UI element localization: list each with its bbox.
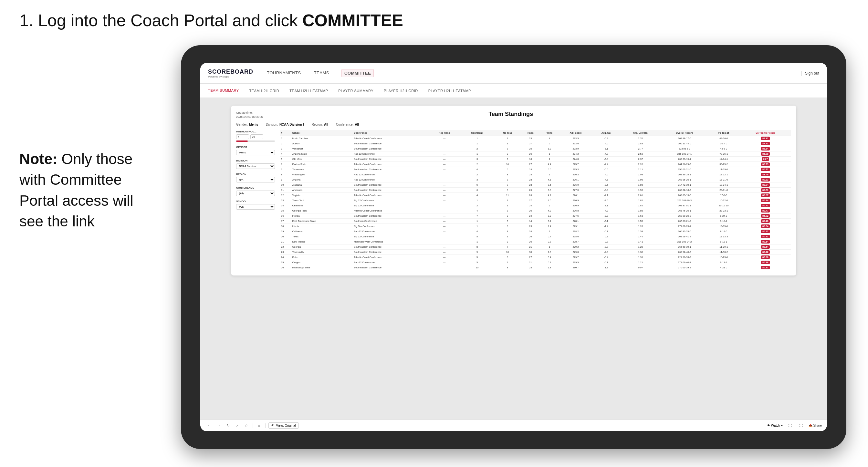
cell-adj-score: 275.7	[559, 162, 592, 167]
cell-overall: 221 90-33-2	[661, 255, 708, 260]
table-row[interactable]: 26 Mississippi State Southeastern Confer…	[280, 265, 791, 270]
update-time-value: 27/03/2024 16:56:26	[236, 115, 263, 119]
cell-adj-sg: -4.0	[592, 172, 620, 177]
gender-select[interactable]: Men's Women's	[236, 150, 275, 155]
table-row[interactable]: 13 Texas Tech Big 12 Conference — 1 9 27…	[280, 198, 791, 203]
cell-adj-sg: -1.8	[592, 265, 620, 270]
region-filter-value: All	[324, 123, 328, 126]
sub-nav-team-h2h-grid[interactable]: TEAM H2H GRID	[249, 88, 279, 94]
cell-rnds: 26	[521, 239, 540, 245]
cell-overall: 268 86-26-1	[661, 177, 708, 183]
cell-adj-sg: -3.1	[592, 203, 620, 208]
table-row[interactable]: 9 Arizona Pac-12 Conference — 3 8 23 4.6…	[280, 177, 791, 183]
tablet-screen: SCOREBOARD Powered by clippd TOURNAMENTS…	[200, 63, 827, 431]
table-row[interactable]: 14 Oklahoma Big 12 Conference — 2 9 24 2…	[280, 203, 791, 208]
cell-overall: 269 59-41-4	[661, 234, 708, 239]
cell-conference: Pac-12 Conference	[353, 229, 428, 234]
sub-nav-team-summary[interactable]: TEAM SUMMARY	[208, 87, 239, 94]
min-rounds-max-input[interactable]	[250, 134, 263, 139]
nav-tournaments[interactable]: TOURNAMENTS	[266, 69, 302, 77]
watch-label: Watch ▾	[771, 424, 783, 427]
conference-select[interactable]: (All) Atlantic Coast Conference Southeas…	[236, 191, 275, 196]
table-row[interactable]: 12 Virginia Atlantic Coast Conference — …	[280, 193, 791, 198]
table-row[interactable]: 8 Washington Pac-12 Conference — 2 8 23 …	[280, 172, 791, 177]
cell-adj-sg: -5.1	[592, 146, 620, 152]
sidebar-filters: Minimum Rou... Gender	[236, 130, 275, 270]
cell-avg-low-rd: 2.88	[620, 141, 661, 146]
table-row[interactable]: 18 Illinois Big Ten Conference — 1 8 23 …	[280, 224, 791, 229]
table-row[interactable]: 7 Tennessee Southeastern Conference — 4 …	[280, 167, 791, 172]
toolbar-back[interactable]: ←	[206, 423, 213, 428]
cell-conf-rank: 4	[460, 208, 494, 214]
toolbar-refresh[interactable]: ↻	[225, 423, 231, 428]
school-select[interactable]: (All)	[236, 204, 275, 210]
toolbar-home[interactable]: ⌂	[256, 423, 262, 428]
cell-wins: 2.9	[540, 214, 559, 219]
cell-rnds: 14	[521, 219, 540, 224]
cell-conf-rank: 3	[460, 177, 494, 183]
cell-avg-low-rd: 2.77	[620, 146, 661, 152]
table-row[interactable]: 22 Georgia Southeastern Conference — 8 7…	[280, 245, 791, 250]
toolbar-share-small[interactable]: ↗	[234, 423, 240, 428]
sub-nav-team-h2h-heatmap[interactable]: TEAM H2H HEATMAP	[289, 88, 328, 94]
cell-adj-score: 276.3	[559, 172, 592, 177]
col-vs-top25: Vs Top 25	[708, 130, 740, 136]
cell-school: New Mexico	[291, 239, 353, 245]
table-row[interactable]: 10 Alabama Southeastern Conference — 5 8…	[280, 183, 791, 188]
table-row[interactable]: 19 California Pac-12 Conference — 4 8 24…	[280, 229, 791, 234]
division-select[interactable]: NCAA Division I NCAA Division II NCAA Di…	[236, 163, 275, 169]
table-row[interactable]: 24 Duke Atlantic Coast Conference — 5 9 …	[280, 255, 791, 260]
min-rounds-min-input[interactable]	[236, 134, 249, 139]
table-row[interactable]: 15 Georgia Tech Atlantic Coast Conferenc…	[280, 208, 791, 214]
table-row[interactable]: 1 North Carolina Atlantic Coast Conferen…	[280, 136, 791, 141]
app-logo: SCOREBOARD Powered by clippd	[208, 68, 253, 78]
table-row[interactable]: 5 Ole Miss Southeastern Conference — 3 6…	[280, 157, 791, 162]
nav-committee[interactable]: COMMITTEE	[341, 69, 374, 77]
cell-rank: 6	[280, 162, 291, 167]
table-row[interactable]: 25 Oregon Pac-12 Conference — 5 7 21 0.1…	[280, 260, 791, 265]
cell-wins: 4.4	[540, 162, 559, 167]
cell-school: Arizona State	[291, 152, 353, 157]
sub-nav-player-h2h-grid[interactable]: PLAYER H2H GRID	[384, 88, 418, 94]
cell-vs-top25: 11-29-1	[708, 245, 740, 250]
table-row[interactable]: 6 Florida State Atlantic Coast Conferenc…	[280, 162, 791, 167]
cell-wins: 3.8	[540, 188, 559, 193]
sub-nav-player-h2h-heatmap[interactable]: PLAYER H2H HEATMAP	[428, 88, 471, 94]
share-button[interactable]: 📤 Share	[809, 424, 822, 427]
cell-reg-rank: —	[428, 265, 460, 270]
cell-wins: 0.8	[540, 239, 559, 245]
table-row[interactable]: 16 Florida Southeastern Conference — 7 9…	[280, 214, 791, 219]
table-row[interactable]: 21 New Mexico Mountain West Conference —…	[280, 239, 791, 245]
toolbar-bookmark[interactable]: ☆	[243, 423, 250, 428]
cell-rnds: 26	[521, 152, 540, 157]
table-row[interactable]: 3 Vanderbilt Southeastern Conference — 2…	[280, 146, 791, 152]
view-original-button[interactable]: 👁 View: Original	[269, 423, 299, 429]
cell-adj-sg: -4.0	[592, 141, 620, 146]
watch-button[interactable]: 👁 Watch ▾	[767, 424, 783, 427]
cell-school: Auburn	[291, 141, 353, 146]
toolbar-screenshot[interactable]: ⛶	[786, 423, 794, 428]
cell-no-tour: 10	[494, 250, 521, 255]
cell-adj-sg: -5.0	[592, 157, 620, 162]
cell-wins: 6	[540, 141, 559, 146]
note-area: Note: Only those with Committee Portal a…	[20, 149, 155, 232]
sign-out-button[interactable]: Sign out	[805, 71, 819, 75]
cell-avg-low-rd: 2.70	[620, 136, 661, 141]
sub-nav-player-summary[interactable]: PLAYER SUMMARY	[338, 88, 373, 94]
table-row[interactable]: 4 Arizona State Pac-12 Conference — 1 9 …	[280, 152, 791, 157]
table-row[interactable]: 23 Texas A&M Southeastern Conference — 9…	[280, 250, 791, 255]
cell-rnds: 24	[521, 229, 540, 234]
table-row[interactable]: 2 Auburn Southeastern Conference — 1 9 2…	[280, 141, 791, 146]
cell-rnds: 25	[521, 146, 540, 152]
cell-conf-rank: 4	[460, 167, 494, 172]
toolbar-forward[interactable]: →	[215, 423, 222, 428]
cell-avg-low-rd: 1.85	[620, 198, 661, 203]
table-row[interactable]: 20 Texas Big 12 Conference — 8 9 26 0.7 …	[280, 234, 791, 239]
table-row[interactable]: 11 Arkansas Southeastern Conference — 6 …	[280, 188, 791, 193]
table-row[interactable]: 17 East Tennessee State Southern Confere…	[280, 219, 791, 224]
region-select[interactable]: N/A Northeast Southeast Central West	[236, 177, 275, 183]
nav-teams[interactable]: TEAMS	[313, 69, 330, 77]
rounds-slider[interactable]	[236, 141, 275, 142]
cell-reg-rank: —	[428, 183, 460, 188]
toolbar-expand[interactable]: ⛶	[798, 423, 805, 428]
